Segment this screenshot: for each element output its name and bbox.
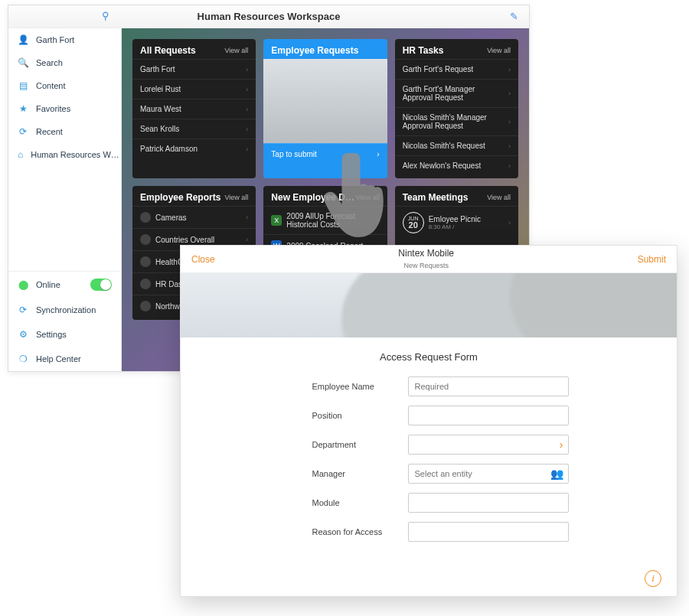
content-icon: ▤ bbox=[18, 80, 28, 91]
sidebar: 👤Garth Fort 🔍Search ▤Content ★Favorites … bbox=[8, 28, 122, 371]
field-label-employee-name: Employee Name bbox=[309, 382, 408, 391]
field-label-reason: Reason for Access bbox=[309, 527, 408, 536]
sync-icon: ⟳ bbox=[18, 305, 28, 315]
list-item[interactable]: Garth Fort's Request› bbox=[395, 59, 518, 79]
card-title: HR Tasks bbox=[403, 45, 444, 56]
sidebar-item-label: Recent bbox=[36, 127, 63, 136]
chevron-right-icon: › bbox=[560, 438, 563, 451]
reason-input[interactable] bbox=[408, 522, 569, 542]
sidebar-item-label: Favorites bbox=[36, 104, 70, 113]
excel-icon: X bbox=[271, 215, 282, 226]
chevron-right-icon: › bbox=[508, 142, 511, 150]
form-header: Close Nintex MobileNew Requests Submit bbox=[181, 246, 677, 273]
chevron-right-icon: › bbox=[246, 213, 248, 221]
view-all-link[interactable]: View all bbox=[487, 194, 511, 201]
pin-icon[interactable]: ⚲ bbox=[102, 10, 109, 21]
card-hr-tasks: HR TasksView all Garth Fort's Request› G… bbox=[395, 39, 518, 178]
report-icon bbox=[140, 256, 151, 267]
sidebar-item-label: Online bbox=[36, 280, 60, 289]
card-employee-requests[interactable]: Employee Requests Tap to submit› bbox=[263, 39, 387, 178]
close-button[interactable]: Close bbox=[191, 254, 215, 265]
favorites-icon: ★ bbox=[18, 103, 28, 114]
view-all-link[interactable]: View all bbox=[224, 47, 248, 54]
list-item[interactable]: Garth Fort› bbox=[132, 59, 256, 79]
sidebar-item-favorites[interactable]: ★Favorites bbox=[8, 97, 121, 120]
chevron-right-icon: › bbox=[508, 118, 511, 125]
home-icon: ⌂ bbox=[18, 149, 23, 160]
department-select[interactable]: › bbox=[408, 435, 569, 455]
sidebar-item-hr-workspace[interactable]: ⌂Human Resources W… bbox=[8, 143, 121, 166]
sidebar-item-settings[interactable]: ⚙Settings bbox=[8, 322, 121, 347]
list-item[interactable]: Garth Fort's Manager Approval Request› bbox=[395, 79, 518, 107]
sidebar-item-label: Garth Fort bbox=[36, 35, 74, 44]
chevron-right-icon: › bbox=[246, 86, 248, 93]
sidebar-item-label: Human Resources W… bbox=[31, 150, 119, 159]
sidebar-item-online[interactable]: ⬤Online bbox=[8, 272, 121, 298]
recent-icon: ⟳ bbox=[18, 126, 28, 137]
form-title: Access Request Form bbox=[211, 351, 646, 363]
sidebar-item-label: Synchronization bbox=[36, 305, 96, 315]
card-title: All Requests bbox=[140, 45, 196, 56]
help-icon: ❍ bbox=[18, 354, 28, 364]
form-app-title: Nintex Mobile bbox=[398, 248, 454, 259]
edit-icon[interactable]: ✎ bbox=[510, 11, 518, 22]
manager-picker[interactable]: 👥 bbox=[408, 464, 569, 484]
app-title: Human Resources Workspace bbox=[8, 11, 529, 22]
list-item[interactable]: Nicolas Smith's Request› bbox=[395, 135, 518, 155]
sidebar-item-label: Help Center bbox=[36, 354, 81, 363]
chevron-right-icon: › bbox=[508, 219, 511, 227]
module-input[interactable] bbox=[408, 493, 569, 513]
report-icon bbox=[140, 279, 151, 289]
view-all-link[interactable]: View all bbox=[356, 194, 380, 201]
submit-button[interactable]: Submit bbox=[638, 254, 666, 265]
view-all-link[interactable]: View all bbox=[224, 194, 248, 201]
list-item[interactable]: Patrick Adamson› bbox=[132, 139, 256, 158]
info-icon[interactable]: i bbox=[645, 570, 661, 587]
card-title: Team Meetings bbox=[403, 192, 469, 203]
online-icon: ⬤ bbox=[18, 279, 28, 290]
chevron-right-icon: › bbox=[377, 217, 380, 224]
sidebar-item-content[interactable]: ▤Content bbox=[8, 74, 121, 97]
list-item[interactable]: Alex Newlon's Request› bbox=[395, 155, 518, 175]
list-item[interactable]: Sean Krolls› bbox=[132, 119, 256, 139]
date-icon: JUN20 bbox=[403, 212, 424, 233]
list-item[interactable]: JUN20 Emloyee Picnic8:30 AM / › bbox=[395, 206, 518, 239]
form-window: Close Nintex MobileNew Requests Submit A… bbox=[180, 245, 678, 597]
report-icon bbox=[140, 301, 151, 311]
search-icon: 🔍 bbox=[18, 57, 28, 68]
field-label-module: Module bbox=[309, 498, 408, 507]
report-icon bbox=[140, 212, 151, 223]
list-item[interactable]: Lorelei Rust› bbox=[132, 79, 256, 99]
field-label-department: Department bbox=[309, 440, 408, 449]
employee-name-input[interactable] bbox=[408, 376, 569, 396]
field-label-position: Position bbox=[309, 411, 408, 420]
app-header: ⚲ Human Resources Workspace ✎ bbox=[8, 5, 529, 28]
chevron-right-icon: › bbox=[246, 125, 248, 133]
people-icon: 👥 bbox=[550, 468, 563, 480]
chevron-right-icon: › bbox=[508, 162, 511, 170]
settings-icon: ⚙ bbox=[18, 329, 28, 340]
list-item[interactable]: Nicolas Smith's Manager Approval Request… bbox=[395, 107, 518, 135]
chevron-right-icon: › bbox=[508, 66, 511, 73]
field-label-manager: Manager bbox=[309, 469, 408, 478]
card-title: Employee Reports bbox=[140, 192, 220, 203]
online-toggle[interactable] bbox=[90, 279, 112, 291]
view-all-link[interactable]: View all bbox=[487, 47, 511, 54]
sidebar-item-help[interactable]: ❍Help Center bbox=[8, 347, 121, 371]
card-title: New Employee D… bbox=[271, 192, 354, 203]
sidebar-item-sync[interactable]: ⟳Synchronization bbox=[8, 298, 121, 322]
sidebar-item-search[interactable]: 🔍Search bbox=[8, 51, 121, 74]
position-input[interactable] bbox=[408, 406, 569, 425]
list-item[interactable]: X2009 AllUp Forecast Historical Costs› bbox=[263, 206, 387, 234]
list-item[interactable]: Cameras› bbox=[132, 206, 256, 228]
sidebar-item-recent[interactable]: ⟳Recent bbox=[8, 120, 121, 143]
form-subtitle: New Requests bbox=[403, 262, 449, 269]
sidebar-item-user[interactable]: 👤Garth Fort bbox=[8, 28, 121, 51]
tap-to-submit-label: Tap to submit bbox=[271, 150, 316, 158]
user-icon: 👤 bbox=[18, 34, 28, 45]
list-item[interactable]: Maura West› bbox=[132, 99, 256, 119]
sidebar-item-label: Settings bbox=[36, 330, 67, 339]
chevron-right-icon: › bbox=[508, 90, 511, 97]
card-title: Employee Requests bbox=[271, 45, 358, 56]
chevron-right-icon: › bbox=[246, 145, 248, 153]
